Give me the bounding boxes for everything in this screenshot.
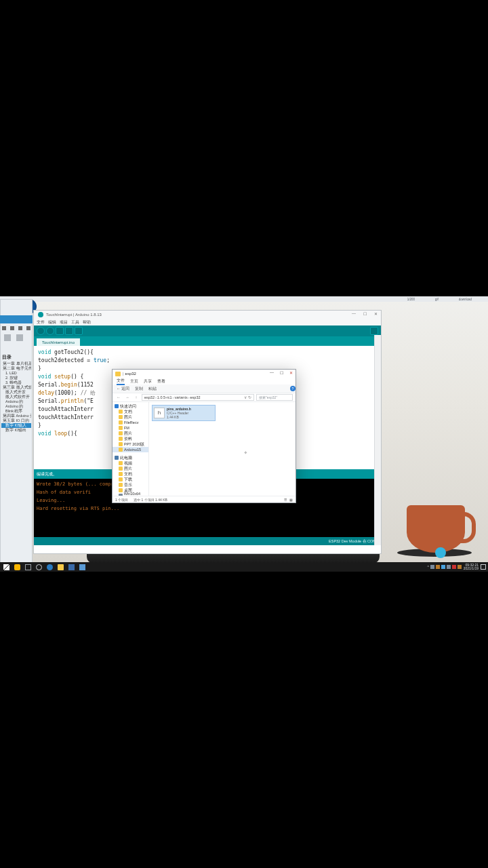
explorer-sidebar[interactable]: 快速访问 文档 图片 FileRecv FM 图片 资料 PPT 2020版 A… <box>113 402 149 496</box>
tree-item[interactable]: 3. 蜂鸣器 <box>1 380 31 385</box>
sidebar-item[interactable]: 文档 <box>113 409 148 414</box>
sidebar-item[interactable]: 文档 <box>113 471 148 477</box>
taskbar[interactable]: ^ 09:32:21 2021/1/19 <box>0 562 488 572</box>
tree-item[interactable]: 第三章 嵌入式软件开 <box>1 385 31 390</box>
maximize-button[interactable]: ☐ <box>359 311 370 318</box>
tray-volume-icon[interactable] <box>447 565 451 569</box>
nav-forward-button[interactable]: → <box>124 395 131 399</box>
close-button[interactable]: ✕ <box>370 311 381 318</box>
sidebar-item[interactable]: 资料 <box>113 436 148 441</box>
tray-network-icon[interactable] <box>441 565 445 569</box>
ribbon-btn[interactable]: ← 返回 <box>117 387 129 391</box>
outline-app-toolbar[interactable] <box>0 323 33 333</box>
crumb[interactable]: 1.0.5-rc1 <box>157 395 172 399</box>
taskbar-app[interactable] <box>77 563 87 571</box>
menu-help[interactable]: 帮助 <box>83 319 91 326</box>
crumb[interactable]: variants <box>174 395 187 399</box>
ribbon-tab-view[interactable]: 查看 <box>157 378 165 384</box>
sidebar-item[interactable]: 下载 <box>113 477 148 482</box>
ribbon-tab-home[interactable]: 主页 <box>130 378 138 384</box>
tree-item[interactable]: 嵌入式开发 <box>1 390 31 395</box>
minimize-button[interactable]: — <box>267 370 277 377</box>
serial-monitor-button[interactable] <box>370 327 378 335</box>
ribbon-btn[interactable]: 复制 <box>135 387 143 391</box>
upload-button[interactable] <box>46 327 54 335</box>
tray-icon[interactable] <box>452 565 456 569</box>
task-view-button[interactable] <box>23 563 33 571</box>
tree-item[interactable]: 第五章 IO 口的 <box>1 418 31 423</box>
tree-item[interactable]: Arduino 的 <box>1 404 31 409</box>
outline-app-titlebar[interactable] <box>0 315 33 323</box>
scrollbar[interactable] <box>374 335 381 545</box>
chat-bubble-icon[interactable] <box>435 547 446 558</box>
open-button[interactable] <box>65 327 73 335</box>
taskbar-app[interactable] <box>66 563 76 571</box>
menu-sketch[interactable]: 项目 <box>60 319 68 326</box>
notification-center-icon[interactable] <box>481 564 486 570</box>
crumb[interactable]: esp32 <box>190 395 201 399</box>
tree-item[interactable]: 嵌入式软件开 <box>1 395 31 399</box>
close-button[interactable]: ✕ <box>286 370 296 377</box>
taskbar-clock[interactable]: 09:32:21 2021/1/19 <box>464 564 479 570</box>
search-button[interactable] <box>12 563 22 571</box>
maximize-button[interactable]: ☐ <box>277 370 286 377</box>
ribbon-btn[interactable]: 粘贴 <box>148 387 157 391</box>
taskbar-app-explorer[interactable] <box>56 563 65 571</box>
arduino-menubar[interactable]: 文件 编辑 项目 工具 帮助 <box>34 319 381 326</box>
tray-icon[interactable] <box>430 565 434 569</box>
sidebar-item-selected[interactable]: Arduino15 <box>113 447 148 452</box>
taskbar-app-edge[interactable] <box>45 563 54 571</box>
outline-app-view-icons[interactable] <box>4 334 23 341</box>
crumb[interactable]: esp32 <box>144 395 155 399</box>
tree-item[interactable]: 第二章 电子元件的 <box>1 366 31 371</box>
sidebar-this-pc[interactable]: 此电脑 <box>113 455 148 460</box>
sidebar-item[interactable]: 图片 <box>113 466 148 471</box>
sidebar-item[interactable]: 图片 <box>113 431 148 436</box>
new-button[interactable] <box>56 327 64 335</box>
tree-item[interactable]: 1. LED <box>1 371 31 376</box>
tree-item[interactable]: Arduino 的 <box>1 399 31 404</box>
view-details-icon[interactable]: ☰ <box>284 498 287 502</box>
minimize-button[interactable]: — <box>348 311 359 318</box>
tray-icon[interactable] <box>458 565 462 569</box>
sidebar-item[interactable]: Win10x64 (C:) <box>113 493 148 496</box>
explorer-titlebar[interactable]: | esp32 — ☐ ✕ <box>113 370 296 378</box>
sidebar-quick-access[interactable]: 快速访问 <box>113 403 148 409</box>
verify-button[interactable] <box>37 327 45 335</box>
tree-item[interactable]: Blink 程序 <box>1 409 31 414</box>
start-button[interactable] <box>1 563 11 571</box>
file-item-selected[interactable]: h pins_arduino.h C/C++ Header 1.44 KB <box>152 405 216 421</box>
ribbon-tab-share[interactable]: 共享 <box>144 378 152 384</box>
sidebar-item[interactable]: 视频 <box>113 460 148 466</box>
menu-edit[interactable]: 编辑 <box>48 319 56 326</box>
sidebar-item[interactable]: PPT 2020版 <box>113 441 148 447</box>
tray-chevron-up-icon[interactable]: ^ <box>427 565 428 569</box>
nav-back-button[interactable]: ← <box>115 395 122 399</box>
tray-icon[interactable] <box>436 565 440 569</box>
file-explorer-window[interactable]: | esp32 — ☐ ✕ 文件 主页 共享 查看 ← 返回 复制 粘贴 ? ←… <box>112 369 296 503</box>
tree-item-selected[interactable]: 数字 IO输入 <box>1 423 31 428</box>
sketch-tab[interactable]: TouchInterrupt.ino <box>37 338 80 346</box>
ribbon-tab-file[interactable]: 文件 <box>117 378 125 385</box>
nav-up-button[interactable]: ↑ <box>133 395 140 399</box>
arduino-titlebar[interactable]: TouchInterrupt | Arduino 1.8.13 — ☐ ✕ <box>34 311 381 319</box>
tree-item[interactable]: 数字 IO输出 <box>1 428 31 433</box>
sidebar-item[interactable]: FM <box>113 425 148 431</box>
search-input[interactable]: 搜索"esp32" <box>256 394 293 401</box>
tree-item[interactable]: 2. 按键 <box>1 376 31 380</box>
menu-tools[interactable]: 工具 <box>71 319 79 326</box>
breadcrumb[interactable]: esp32› 1.0.5-rc1› variants› esp32 ∨ ↻ <box>142 394 254 401</box>
tree-item[interactable]: 第一章 单片机基本原理 <box>1 361 31 366</box>
menu-file[interactable]: 文件 <box>37 319 45 326</box>
sidebar-item[interactable]: FileRecv <box>113 420 148 425</box>
cortana-button[interactable] <box>34 563 43 571</box>
sidebar-item[interactable]: 音乐 <box>113 482 148 488</box>
sidebar-item[interactable]: 图片 <box>113 414 148 420</box>
explorer-file-pane[interactable]: h pins_arduino.h C/C++ Header 1.44 KB ⌖ <box>149 402 296 496</box>
system-tray[interactable]: ^ <box>427 565 461 569</box>
view-tiles-icon[interactable]: ▦ <box>289 498 293 502</box>
tree-item[interactable]: 第四章 Arduino 开 <box>1 414 31 418</box>
save-button[interactable] <box>75 327 83 335</box>
outline-tree[interactable]: 第一章 单片机基本原理 第二章 电子元件的 1. LED 2. 按键 3. 蜂鸣… <box>1 361 31 433</box>
help-icon[interactable]: ? <box>290 386 296 391</box>
